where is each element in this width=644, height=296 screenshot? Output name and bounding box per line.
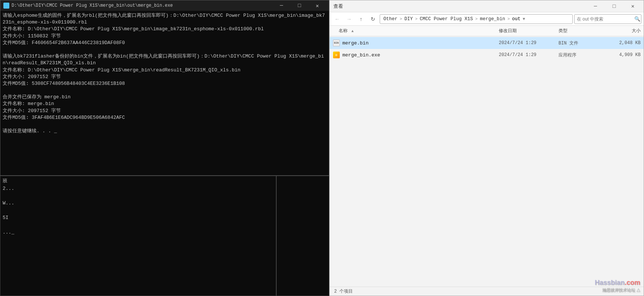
file-type: 应用程序: [559, 52, 603, 58]
cmd-icon: [3, 3, 9, 9]
address-box[interactable]: Other > DIY > CMCC Power Plug X1S > merg…: [380, 14, 573, 24]
file-size: 2,048 KB: [603, 40, 641, 46]
cmd-controls: ─ □ ✕: [273, 0, 326, 11]
file-row[interactable]: ⚙ merge_bin.exe 2024/7/24 1:29 应用程序 4,90…: [330, 49, 644, 61]
explorer-statusbar: 2 个项目: [330, 287, 644, 296]
col-header-type[interactable]: 类型: [559, 28, 603, 34]
explorer-titlebar: 查看 ─ □ ✕: [330, 0, 644, 12]
bin-file-icon: BIN: [333, 39, 340, 47]
explorer-maximize-button[interactable]: □: [606, 0, 623, 12]
nav-up-button[interactable]: ↑: [356, 14, 366, 24]
cmd-maximize-button[interactable]: □: [291, 0, 308, 11]
nav-back-button[interactable]: ←: [332, 14, 342, 24]
explorer-addressbar: ← → ↑ ↻ Other > DIY > CMCC Power Plug X1…: [330, 12, 644, 26]
file-date: 2024/7/24 1:29: [499, 40, 559, 46]
cmd-bottom-body: 班 2... W... 5I ..._: [0, 176, 276, 296]
search-icon: 🔍: [634, 16, 640, 22]
file-date: 2024/7/24 1:29: [499, 52, 559, 58]
search-input[interactable]: [577, 16, 633, 22]
file-name: merge_bin.exe: [342, 52, 499, 58]
breadcrumb-other[interactable]: Other: [382, 16, 399, 22]
breadcrumb-cmcc[interactable]: CMCC Power Plug X1S: [419, 16, 474, 22]
explorer-title: 查看: [332, 3, 585, 10]
col-header-name[interactable]: 名称 ▲: [333, 28, 499, 34]
file-row[interactable]: BIN merge.bin 2024/7/24 1:29 BIN 文件 2,04…: [330, 37, 644, 49]
esp-window: [276, 176, 329, 296]
file-name: merge.bin: [342, 40, 499, 46]
explorer-minimize-button[interactable]: ─: [587, 0, 604, 12]
cmd-window-bottom: 班 2... W... 5I ..._: [0, 176, 276, 296]
cmd-body: 请输入esphome生成的固件，扩展名为rbl(把文件拖入此窗口再按回车即可)：…: [0, 11, 329, 175]
explorer-window: 查看 ─ □ ✕ ← → ↑ ↻ Other > DIY > CMCC Powe…: [329, 0, 644, 296]
file-size: 4,909 KB: [603, 52, 641, 58]
nav-refresh-button[interactable]: ↻: [368, 14, 378, 24]
breadcrumb-out[interactable]: out: [511, 16, 522, 22]
cmd-title: D:\Other\DIY\CMCC Power Plug X1S\merge_b…: [12, 3, 273, 8]
sort-arrow-name: ▲: [351, 29, 354, 33]
cmd-close-button[interactable]: ✕: [309, 0, 326, 11]
cmd-minimize-button[interactable]: ─: [273, 0, 290, 11]
nav-forward-button[interactable]: →: [344, 14, 354, 24]
status-count: 2 个项目: [334, 288, 353, 295]
exe-file-icon: ⚙: [333, 51, 340, 59]
col-header-size[interactable]: 大小: [603, 28, 641, 34]
file-type: BIN 文件: [559, 40, 603, 46]
cmd-window-main: D:\Other\DIY\CMCC Power Plug X1S\merge_b…: [0, 0, 329, 176]
column-header: 名称 ▲ 修改日期 类型 大小: [330, 26, 644, 36]
explorer-filelist: BIN merge.bin 2024/7/24 1:29 BIN 文件 2,04…: [330, 36, 644, 287]
search-box[interactable]: 🔍: [574, 14, 641, 24]
breadcrumb-merge-bin[interactable]: merge_bin: [479, 16, 506, 22]
cmd-titlebar: D:\Other\DIY\CMCC Power Plug X1S\merge_b…: [0, 0, 329, 11]
col-header-date[interactable]: 修改日期: [499, 28, 559, 34]
breadcrumb-diy[interactable]: DIY: [403, 16, 414, 22]
explorer-close-button[interactable]: ✕: [624, 0, 641, 12]
